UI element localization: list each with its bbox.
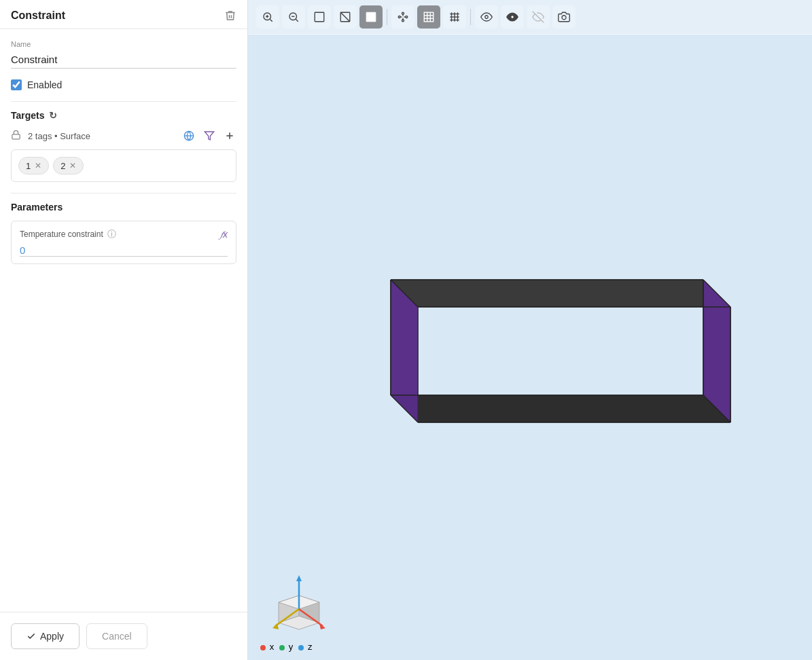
add-target-button[interactable] — [223, 129, 236, 143]
name-label: Name — [11, 40, 236, 48]
temperature-param-box: Temperature constraint ⓘ 𝑓x — [11, 221, 236, 264]
svg-marker-40 — [391, 280, 730, 307]
camera-button[interactable] — [552, 5, 576, 29]
axis-labels: x y z — [260, 642, 312, 652]
svg-point-20 — [402, 20, 404, 22]
svg-marker-3 — [205, 132, 213, 140]
fx-button[interactable]: 𝑓x — [220, 229, 228, 240]
nodes-button[interactable] — [391, 5, 414, 29]
svg-line-11 — [296, 19, 298, 21]
divider-1 — [11, 101, 236, 102]
name-field-group: Name — [11, 40, 236, 69]
tags-info: 2 tags • Surface — [28, 131, 175, 141]
remove-tag-2[interactable]: ✕ — [69, 161, 76, 170]
tags-container: 1 ✕ 2 ✕ — [11, 149, 236, 182]
panel-title: Constraint — [11, 10, 65, 22]
svg-rect-13 — [315, 12, 324, 22]
targets-refresh-icon[interactable]: ↻ — [49, 110, 57, 121]
tag-chip-2: 2 ✕ — [53, 157, 84, 175]
zoom-region-button[interactable] — [282, 5, 305, 29]
name-input[interactable] — [11, 51, 236, 69]
apply-button[interactable]: Apply — [11, 623, 80, 649]
svg-marker-65 — [319, 623, 325, 629]
rect-select-button[interactable] — [308, 5, 331, 29]
bottom-actions: Apply Cancel — [0, 612, 247, 660]
svg-point-17 — [398, 16, 400, 18]
param-header: Temperature constraint ⓘ 𝑓x — [20, 228, 228, 240]
x-axis-label: x — [260, 642, 274, 652]
orientation-cube[interactable] — [262, 572, 336, 646]
apply-label: Apply — [40, 631, 64, 642]
svg-line-7 — [270, 19, 272, 21]
enabled-checkbox[interactable] — [11, 79, 22, 90]
toolbar-sep-2 — [470, 9, 471, 25]
panel-body: Name Enabled Targets ↻ 2 tags • Surface — [0, 29, 247, 612]
enabled-row: Enabled — [11, 79, 236, 90]
remove-tag-1[interactable]: ✕ — [35, 161, 41, 170]
filled-box-button[interactable] — [359, 5, 383, 29]
info-icon[interactable]: ⓘ — [107, 228, 116, 240]
targets-row: 2 tags • Surface — [11, 129, 236, 143]
divider-2 — [11, 193, 236, 194]
cancel-label: Cancel — [102, 631, 132, 642]
svg-point-39 — [562, 16, 566, 20]
cancel-button[interactable]: Cancel — [86, 623, 147, 649]
globe-button[interactable] — [182, 129, 196, 143]
temp-constraint-input[interactable] — [20, 244, 228, 257]
panel-header: Constraint — [0, 0, 247, 29]
svg-point-37 — [511, 16, 514, 19]
grid-box-button[interactable] — [417, 5, 440, 29]
toolbar — [248, 0, 812, 35]
parameters-section: Parameters Temperature constraint ⓘ 𝑓x — [11, 202, 236, 264]
svg-rect-25 — [424, 12, 434, 22]
svg-point-18 — [402, 12, 404, 14]
svg-line-15 — [340, 12, 350, 22]
targets-section-title: Targets ↻ — [11, 110, 236, 121]
left-panel: Constraint Name Enabled Targets ↻ — [0, 0, 248, 660]
3d-scene — [309, 212, 751, 483]
wire-box-button[interactable] — [334, 5, 357, 29]
canvas-area[interactable]: x y z — [248, 35, 812, 660]
viewport: x y z — [248, 0, 812, 660]
tag-chip-1: 1 ✕ — [18, 157, 49, 175]
filter-button[interactable] — [202, 129, 216, 143]
svg-marker-63 — [296, 575, 302, 581]
svg-point-36 — [485, 16, 489, 19]
y-axis-label: y — [279, 642, 293, 652]
orientation-cube-svg — [262, 572, 336, 646]
param-name-label: Temperature constraint ⓘ — [20, 228, 116, 240]
parameters-title: Parameters — [11, 202, 236, 213]
grid-lines-button[interactable] — [443, 5, 466, 29]
zoom-fit-button[interactable] — [256, 5, 279, 29]
eye-filled-button[interactable] — [501, 5, 524, 29]
svg-rect-16 — [366, 12, 376, 22]
lock-icon — [11, 130, 21, 142]
svg-point-19 — [406, 16, 408, 18]
svg-marker-43 — [391, 395, 730, 422]
z-axis-label: z — [298, 642, 312, 652]
svg-rect-0 — [12, 134, 20, 139]
enabled-label: Enabled — [27, 79, 62, 90]
eye-muted-button[interactable] — [527, 5, 550, 29]
delete-button[interactable] — [224, 10, 236, 22]
toolbar-sep-1 — [387, 9, 387, 25]
eye-open-button[interactable] — [475, 5, 498, 29]
